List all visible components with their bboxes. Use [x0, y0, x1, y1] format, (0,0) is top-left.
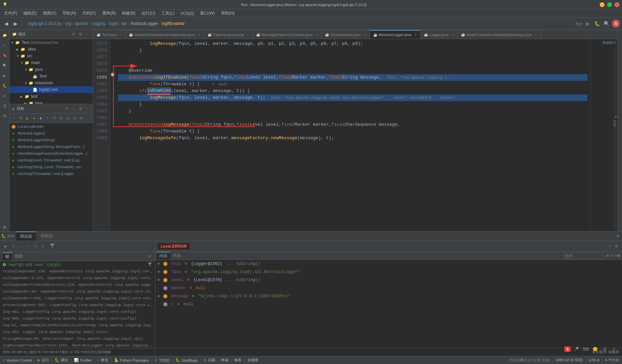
debug-button[interactable]: 🐛 [593, 20, 601, 28]
menu-build[interactable]: 构建(B) [119, 10, 138, 17]
vars-settings[interactable]: ⚙ [605, 253, 610, 259]
evaluate-btn[interactable]: ≡ [40, 243, 46, 249]
brand-keyboard[interactable]: ⌨ [582, 345, 590, 353]
python-packages-item[interactable]: 🐍 Python Packages [114, 358, 149, 362]
thread-filter[interactable] [147, 262, 152, 267]
profiler-item[interactable]: 📊 Profiler [74, 358, 92, 362]
back-watch-item[interactable]: 后观察 [247, 358, 259, 363]
todo-item[interactable]: ✓ TODO [155, 358, 170, 362]
str-btn11[interactable]: ≪ [78, 115, 84, 121]
tab-abstractoutput[interactable]: ☕ AbstractOutputStreamAppender.java ✕ [126, 30, 204, 39]
spotbugs-item[interactable]: 🐛 SpotBugs [175, 358, 198, 362]
frames-tab[interactable]: 帧 [3, 252, 12, 260]
frame-2[interactable]: callAppender:0:129, AppenderControl (org… [0, 275, 155, 281]
vars-memory-tab[interactable]: 开始 [170, 252, 184, 259]
tab-logger[interactable]: ☕ Logger.java ✕ [421, 30, 458, 39]
str-btn7[interactable]: Λ [51, 115, 57, 121]
terminal-item[interactable]: 终端 [221, 358, 228, 363]
vars-content-tab[interactable]: 内容 [157, 252, 170, 260]
git-push[interactable]: ↑ 推送 [98, 358, 108, 363]
breadcrumb-spi[interactable]: spi [121, 21, 127, 26]
run-to-cursor-btn[interactable]: ⇥ [32, 243, 38, 249]
brand-layout[interactable]: ≡ [610, 345, 618, 353]
maximize-button[interactable]: □ [607, 2, 612, 7]
frame-3[interactable]: callAppenderPreventRecursion:120, Append… [0, 281, 155, 288]
git-item[interactable]: ⑂ Version Control [3, 358, 32, 362]
add-watch-btn[interactable]: + [606, 243, 613, 249]
tab-patternlayout[interactable]: ☕ PatternLayout.java ✕ [204, 30, 253, 39]
tree-java-main[interactable]: ▼ 📁 java [9, 66, 93, 73]
frame-7[interactable]: log:483, LoggerConfig (org.apache.loggin… [0, 308, 155, 315]
project-sync[interactable]: ⟳ [71, 31, 77, 37]
str-btn1[interactable]: ↕ [11, 115, 17, 121]
step-out-btn[interactable]: ↑ [25, 243, 31, 249]
toolbar-back[interactable]: ◀ [2, 20, 10, 28]
tool-plug[interactable]: 🔌 [1, 112, 9, 120]
menu-window[interactable]: 窗口(W) [197, 10, 217, 17]
tree-src[interactable]: ▼ 📁 src [9, 53, 93, 59]
step-into-btn[interactable]: ↓ [18, 243, 24, 249]
menu-tools[interactable]: 工具(L) [159, 10, 177, 17]
struct-item-5[interactable]: ▸ checkMessageFactory(ExtendedLogger...) [9, 150, 93, 157]
reader-mode-toggle[interactable]: 阅读模式 [602, 40, 616, 45]
btab-console[interactable]: 控制台 [37, 232, 57, 240]
tree-resources[interactable]: ▼ 📁 resources [9, 80, 93, 86]
str-btn10[interactable]: ⊛ [72, 115, 78, 121]
tool-search[interactable]: 🔍 [1, 61, 9, 69]
scroll-overview[interactable] [613, 47, 616, 230]
tab-strsubstitutor[interactable]: ☕ StrSubstitutor.java ✕ [322, 30, 370, 39]
menu-edit[interactable]: 编辑(E) [21, 10, 39, 17]
tool-project[interactable]: 📁 [1, 31, 9, 39]
str-btn6[interactable]: I [45, 115, 51, 121]
run-button[interactable]: ▶ [584, 20, 592, 28]
debug-settings[interactable]: ⚙ [615, 233, 621, 239]
tool-database[interactable]: 🗄 [1, 102, 9, 110]
breadcrumb-org[interactable]: org [65, 21, 71, 26]
frame-6[interactable]: processLogEvent:502, LoggerConfig (org.a… [0, 302, 155, 308]
frame-8[interactable]: log:460, LoggerConfig (org.apache.loggin… [0, 315, 155, 322]
tab-abstractlogger[interactable]: ☕ AbstractLogger.java ✕ [370, 30, 421, 39]
str-btn3[interactable]: ▶ [24, 115, 30, 121]
threads-tab[interactable]: 线程 [12, 253, 26, 260]
tool-debug[interactable]: 🐛 [1, 82, 9, 90]
var-message[interactable]: ▶ message = "${jndi:ldap://127.0.0.1:138… [155, 292, 622, 300]
struct-item-6[interactable]: ▸ catching(Level, Throwable): void [Log.… [9, 157, 93, 163]
tree-root[interactable]: ▼ 📁 Test DA\Download\Test [9, 39, 93, 46]
frame-5[interactable]: callAppenders:543, LoggerConfig (org.apa… [0, 295, 155, 302]
tool-run[interactable]: ▶ [1, 71, 9, 80]
frame-4[interactable]: callAppender:84, AppenderControl (org.ap… [0, 288, 155, 295]
breadcrumb-jar[interactable]: log4j-api-2.14.0.jar [28, 21, 61, 26]
brand-mic[interactable]: 🎤 [572, 345, 580, 353]
vars-search-input[interactable] [564, 252, 604, 259]
tree-main[interactable]: ▼ 📁 main [9, 59, 93, 66]
menu-vcs[interactable]: VCS(S) [178, 10, 197, 17]
breadcrumb-abstractlogger[interactable]: AbstractLogger [131, 21, 158, 26]
tree-log4j-xml[interactable]: 📄 log4j2.xml [9, 86, 93, 93]
frame-11[interactable]: tryLogMessage:98, AbstractLogger (org.ap… [0, 335, 155, 342]
code-editor[interactable]: 1975 1976 1977 1978 1979 1980 1981 1982 … [93, 39, 617, 231]
step-over-btn[interactable]: ↷ [10, 243, 16, 249]
struct-item-4[interactable]: ▸ AbstractLogger(String, MessageFacto...… [9, 143, 93, 150]
code-content[interactable]: logMessage (fqcn, level, marker, message… [115, 39, 590, 231]
var-marker[interactable]: marker = null [155, 284, 622, 292]
toolbar-search[interactable]: 🔍 [602, 20, 611, 28]
struct-item-8[interactable]: ▸ catching(Throwable): void [Logger [9, 170, 93, 177]
var-level[interactable]: ▶ level = {Level@1970} ... toString() [155, 276, 622, 284]
var-t[interactable]: t = null [155, 300, 622, 308]
str-btn9[interactable]: ⊡ [65, 115, 71, 121]
vars-options-btn[interactable]: ⚙ [613, 243, 619, 249]
project-settings[interactable]: ⚙ [77, 31, 83, 37]
issues-item[interactable]: ⚠ 问题 [203, 358, 215, 363]
tool-structure[interactable]: ≡ [1, 41, 9, 49]
struct-item-3[interactable]: ▸ AbstractLogger(String) [9, 136, 93, 143]
toolbar-forward[interactable]: ▶ [11, 20, 20, 28]
menu-file[interactable]: 文件(F) [1, 10, 20, 17]
structure-toolbar2[interactable]: ↕ [71, 106, 77, 112]
tree-java-test[interactable]: ▶ 📁 java [9, 100, 93, 104]
struct-item-2[interactable]: ▸ AbstractLogger() [9, 130, 93, 136]
menu-help[interactable]: 帮助(H) [218, 10, 238, 17]
menu-navigate[interactable]: 导航(N) [60, 10, 79, 17]
resume-btn[interactable]: ▶ [3, 243, 9, 249]
tab-awaitcompletion[interactable]: ☕ AwaitCompletionReliabilityStrategy.jav… [458, 30, 541, 39]
btab-debugger[interactable]: 调试器 [16, 232, 36, 241]
